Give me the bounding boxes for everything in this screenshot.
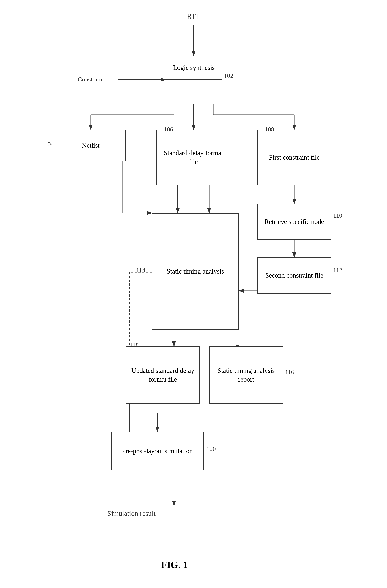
rtl-label: RTL xyxy=(187,12,201,21)
second-constraint-box: Second constraint file xyxy=(257,257,331,294)
ref-106: 106 xyxy=(164,126,173,133)
logic-synthesis-box: Logic synthesis xyxy=(166,56,222,80)
ref-108: 108 xyxy=(265,126,274,133)
constraint-label: Constraint xyxy=(78,76,104,83)
ref-112: 112 xyxy=(333,267,342,274)
sta-report-box: Static timing analysis report xyxy=(209,346,283,404)
diagram: RTL Logic synthesis Constraint 102 Netli… xyxy=(0,0,387,588)
retrieve-node-box: Retrieve specific node xyxy=(257,204,331,240)
first-constraint-box: First constraint file xyxy=(257,130,331,185)
ref-102: 102 xyxy=(224,72,233,79)
netlist-box: Netlist xyxy=(56,130,126,161)
ref-116: 116 xyxy=(285,369,294,376)
static-timing-box: Static timing analysis xyxy=(152,213,239,330)
ref-104: 104 xyxy=(44,141,54,148)
ref-110: 110 xyxy=(333,212,342,219)
ref-118: 118 xyxy=(130,342,139,349)
pre-post-box: Pre-post-layout simulation xyxy=(111,432,204,470)
ref-114: 114 xyxy=(136,267,145,274)
sdf-box: Standard delay format file xyxy=(156,130,230,185)
fig-label: FIG. 1 xyxy=(161,559,188,570)
updated-sdf-box: Updated standard delay format file xyxy=(126,346,200,404)
ref-120: 120 xyxy=(206,445,216,452)
sim-result-label: Simulation result xyxy=(107,509,156,517)
